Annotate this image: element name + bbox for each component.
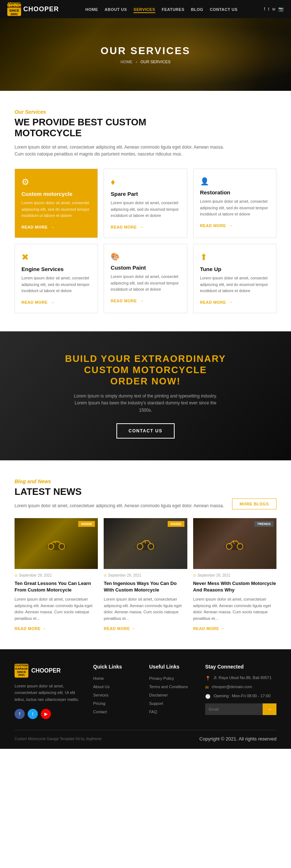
hero-section: OUR SERVICES HOME › OUR SERVICES xyxy=(0,18,291,91)
footer-quick-link-4[interactable]: Contact xyxy=(93,709,138,714)
nav-item-about[interactable]: ABOUT US xyxy=(105,7,127,12)
blog-card-title-0: Ten Great Lessons You Can Learn From Cus… xyxy=(15,580,98,593)
service-title-2: Restoration xyxy=(200,189,270,195)
footer-social-youtube[interactable]: ▶ xyxy=(41,709,51,719)
blog-card-1: Inside ⊙ September 29, 2021 Ten Ingeniou… xyxy=(104,518,187,631)
footer-newsletter: → xyxy=(205,703,276,715)
breadcrumb-sep: › xyxy=(136,60,137,64)
hero-title: OUR SERVICES xyxy=(100,45,190,57)
blog-excerpt-0: Lorem ipsum dolor sit amet, consectetuer… xyxy=(15,596,98,622)
social-facebook[interactable]: f xyxy=(264,7,265,12)
footer-quick-link-0[interactable]: Home xyxy=(93,675,138,681)
footer-stay-connected-title: Stay Connected xyxy=(205,664,276,670)
service-readmore-0[interactable]: READ MORE → xyxy=(21,225,55,229)
blog-readmore-1[interactable]: READ MORE → xyxy=(104,626,135,631)
footer-useful-links-col: Useful Links Privacy Policy Terms and Co… xyxy=(149,664,194,719)
breadcrumb-home[interactable]: HOME xyxy=(120,60,132,64)
email-icon: ✉ xyxy=(205,685,209,690)
footer-useful-link-2[interactable]: Disclaimer xyxy=(149,692,194,698)
service-readmore-2[interactable]: READ MORE → xyxy=(200,223,233,228)
service-card-5: ⬆ Tune Up Lorem ipsum dolor sit amet, co… xyxy=(193,244,276,313)
footer-quick-link-2[interactable]: Services xyxy=(93,692,138,698)
footer-useful-link-0[interactable]: Privacy Policy xyxy=(149,675,194,681)
more-blogs-button[interactable]: MORE BLOGS xyxy=(232,498,276,509)
service-icon-4: 🎨 xyxy=(111,252,180,261)
blog-image-2: Trends xyxy=(193,518,276,569)
footer-desc: Lorem ipsum dolor sit amet, consectetuer… xyxy=(15,683,82,703)
footer-hours: 🕐 Opening : Mon-Fri 08:00 - 17:00 xyxy=(205,694,276,699)
service-icon-3: ✖ xyxy=(21,252,91,262)
service-desc-1: Lorem ipsum dolor sit amet, consectet ad… xyxy=(111,200,180,219)
nav-item-blog[interactable]: BLOG xyxy=(191,7,203,12)
footer-useful-link-4[interactable]: FAQ xyxy=(149,709,194,714)
service-desc-2: Lorem ipsum dolor sit amet, consectet ad… xyxy=(200,198,270,218)
navbar: CUSTOMGARAGESINCE 2001 CHOOPER HOME ABOU… xyxy=(0,0,291,18)
blog-readmore-0[interactable]: READ MORE → xyxy=(15,626,46,631)
service-title-0: Custom motorcycle xyxy=(21,191,91,197)
footer-useful-links-title: Useful Links xyxy=(149,664,194,670)
service-card-1: ♦ Spare Part Lorem ipsum dolor sit amet,… xyxy=(104,169,187,238)
footer-useful-link-1[interactable]: Terms and Conditions xyxy=(149,684,194,689)
services-title: WE PROVIDE BEST CUSTOMMOTORCYCLE xyxy=(15,117,276,139)
social-instagram[interactable]: 📷 xyxy=(278,7,284,12)
service-title-1: Spare Part xyxy=(111,191,180,197)
footer-email: ✉ chooper@domain.com xyxy=(205,685,276,690)
footer-logo-icon: CUSTOMGARAGESINCE 2001 xyxy=(15,664,28,678)
service-title-4: Custom Paint xyxy=(111,265,180,271)
newsletter-input[interactable] xyxy=(205,703,263,715)
service-title-3: Engine Services xyxy=(21,266,91,272)
footer: CUSTOMGARAGESINCE 2001 CHOOPER Lorem ips… xyxy=(0,649,291,749)
footer-brand-col: CUSTOMGARAGESINCE 2001 CHOOPER Lorem ips… xyxy=(15,664,82,719)
blog-card-title-2: Never Mess With Custom Motorcycle And Re… xyxy=(193,580,276,593)
services-subtitle: Our Services xyxy=(15,109,276,115)
location-icon: 📍 xyxy=(205,676,211,681)
footer-quick-link-3[interactable]: Pricing xyxy=(93,701,138,706)
service-readmore-5[interactable]: READ MORE → xyxy=(200,300,233,304)
blog-date-1: ⊙ September 29, 2021 xyxy=(104,573,187,577)
service-card-2: 👤 Restoration Lorem ipsum dolor sit amet… xyxy=(193,169,276,238)
footer-brand-name: CHOOPER xyxy=(31,667,61,674)
service-readmore-1[interactable]: READ MORE → xyxy=(111,225,144,229)
footer-contact-col: Stay Connected 📍 Jl. Raya Ubud No.88, Ba… xyxy=(205,664,276,719)
footer-useful-link-3[interactable]: Support xyxy=(149,701,194,706)
blog-title: LATEST NEWS xyxy=(15,487,224,497)
services-grid: ⚙ Custom motorcycle Lorem ipsum dolor si… xyxy=(15,169,276,313)
newsletter-submit-button[interactable]: → xyxy=(263,703,276,715)
nav-item-services[interactable]: SERVICES xyxy=(133,7,155,12)
hero-content: OUR SERVICES HOME › OUR SERVICES xyxy=(100,45,190,64)
footer-social-facebook[interactable]: f xyxy=(15,709,25,719)
blog-card-2: Trends ⊙ September 28, 2021 Never Mess W… xyxy=(193,518,276,631)
footer-quick-link-1[interactable]: About Us xyxy=(93,684,138,689)
blog-date-0: ⊙ September 29, 2021 xyxy=(15,573,98,577)
cta-line1: BUILD YOUR EXTRAORDINARY CUSTOM MOTORCYC… xyxy=(15,353,276,387)
blog-tag-0: Inside xyxy=(78,521,95,527)
service-card-3: ✖ Engine Services Lorem ipsum dolor sit … xyxy=(15,244,98,313)
service-readmore-3[interactable]: READ MORE → xyxy=(21,300,55,304)
nav-item-features[interactable]: FEATURES xyxy=(162,7,184,12)
service-title-5: Tune Up xyxy=(200,266,270,272)
cta-button[interactable]: CONTACT US xyxy=(116,423,175,439)
blog-excerpt-2: Lorem ipsum dolor sit amet, consectetuer… xyxy=(193,596,276,622)
nav-item-contact[interactable]: CONTACT US xyxy=(210,7,238,12)
footer-logo: CUSTOMGARAGESINCE 2001 CHOOPER xyxy=(15,664,82,678)
blog-card-title-1: Ten Ingenious Ways You Can Do With Custo… xyxy=(104,580,187,593)
blog-readmore-2[interactable]: READ MORE → xyxy=(193,626,225,631)
service-readmore-4[interactable]: READ MORE → xyxy=(111,299,144,303)
blog-image-1: Inside xyxy=(104,518,187,569)
logo[interactable]: CUSTOMGARAGESINCE 2001 CHOOPER xyxy=(7,2,59,16)
blog-card-0: Inside ⊙ September 29, 2021 Ten Great Le… xyxy=(15,518,98,631)
breadcrumb-current: OUR SERVICES xyxy=(140,60,171,64)
footer-social-twitter[interactable]: t xyxy=(28,709,38,719)
blog-header-left: Blog and News LATEST NEWS Lorem ipsum do… xyxy=(15,479,224,509)
social-twitter[interactable]: t xyxy=(268,7,269,12)
social-whatsapp[interactable]: w xyxy=(272,7,275,12)
blog-date-2: ⊙ September 28, 2021 xyxy=(193,573,276,577)
footer-credit: Custom Motorcycle Garage Template Kit by… xyxy=(15,737,101,741)
service-card-0: ⚙ Custom motorcycle Lorem ipsum dolor si… xyxy=(15,169,98,238)
nav-item-home[interactable]: HOME xyxy=(85,7,98,12)
brand-name: CHOOPER xyxy=(23,5,59,13)
footer-social: f t ▶ xyxy=(15,709,82,719)
blog-tag-2: Trends xyxy=(254,521,274,527)
service-card-4: 🎨 Custom Paint Lorem ipsum dolor sit ame… xyxy=(104,244,187,313)
footer-copyright: Copyright © 2021. All rights reserved xyxy=(199,736,276,742)
